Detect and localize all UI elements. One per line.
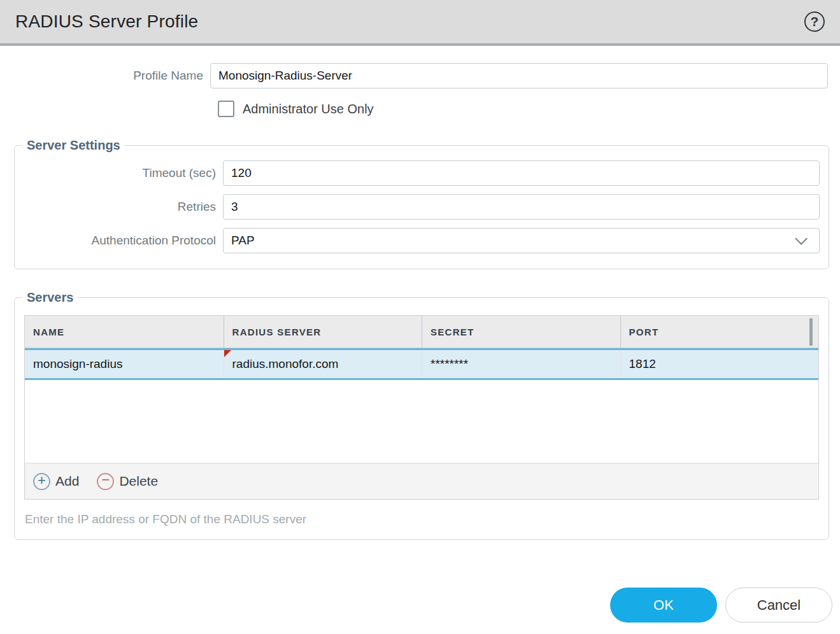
add-button[interactable]: + Add (33, 473, 79, 490)
auth-protocol-label: Authentication Protocol (15, 234, 223, 248)
column-header-secret[interactable]: SECRET (422, 316, 620, 348)
cell-radius-server[interactable]: radius.monofor.com (224, 350, 422, 378)
admin-only-checkbox[interactable] (218, 101, 234, 117)
servers-legend: Servers (22, 290, 78, 305)
page-title: RADIUS Server Profile (15, 11, 198, 32)
ok-button[interactable]: OK (610, 588, 717, 623)
plus-circle-icon: + (33, 473, 50, 490)
admin-only-label: Administrator Use Only (243, 102, 374, 116)
dialog-header: RADIUS Server Profile ? (0, 0, 840, 46)
servers-table-header: NAME RADIUS SERVER SECRET PORT (25, 316, 818, 348)
cell-secret[interactable]: ******** (422, 350, 620, 378)
column-header-port[interactable]: PORT (620, 316, 819, 348)
profile-name-row: Profile Name (0, 63, 828, 88)
delete-button-label: Delete (119, 474, 158, 489)
cell-name[interactable]: monosign-radius (25, 350, 224, 378)
timeout-row: Timeout (sec) (15, 160, 829, 186)
auth-protocol-row: Authentication Protocol (15, 228, 829, 253)
dialog-footer: OK Cancel (0, 588, 832, 623)
question-mark-glyph: ? (811, 14, 819, 29)
profile-name-input[interactable] (210, 63, 828, 88)
timeout-label: Timeout (sec) (15, 166, 223, 180)
retries-input[interactable] (223, 194, 820, 220)
retries-label: Retries (15, 200, 223, 214)
auth-protocol-select[interactable] (223, 228, 820, 253)
server-settings-legend: Server Settings (22, 138, 125, 153)
retries-row: Retries (15, 194, 829, 220)
profile-name-label: Profile Name (0, 69, 210, 83)
admin-only-row: Administrator Use Only (218, 101, 840, 117)
table-empty-area (25, 380, 818, 463)
server-field-hint: Enter the IP address or FQDN of the RADI… (25, 512, 829, 526)
cell-radius-server-value: radius.monofor.com (232, 357, 339, 370)
add-button-label: Add (55, 474, 79, 489)
column-header-radius-server[interactable]: RADIUS SERVER (224, 316, 422, 348)
modified-cell-marker-icon (224, 350, 231, 357)
servers-group: Servers NAME RADIUS SERVER SECRET PORT m… (14, 290, 829, 540)
table-row[interactable]: monosign-radius radius.monofor.com *****… (25, 348, 818, 380)
delete-button[interactable]: − Delete (97, 473, 158, 490)
cell-port[interactable]: 1812 (620, 350, 819, 378)
cancel-button[interactable]: Cancel (725, 588, 832, 623)
minus-circle-icon: − (97, 473, 114, 490)
column-header-name[interactable]: NAME (25, 316, 224, 348)
help-icon[interactable]: ? (804, 11, 825, 32)
servers-table: NAME RADIUS SERVER SECRET PORT monosign-… (24, 315, 819, 500)
timeout-input[interactable] (223, 160, 820, 186)
server-settings-group: Server Settings Timeout (sec) Retries Au… (14, 138, 829, 269)
table-toolbar: + Add − Delete (25, 463, 818, 499)
scrollbar[interactable] (809, 318, 813, 346)
